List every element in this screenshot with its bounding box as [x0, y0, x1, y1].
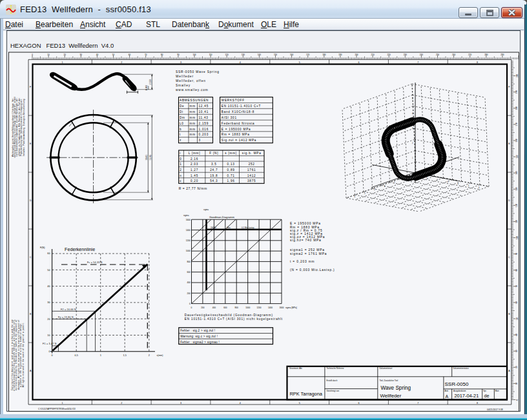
svg-text:1,96: 1,96 [227, 179, 235, 183]
svg-text:Fn = 19,80 N: Fn = 19,80 N [58, 316, 74, 319]
svg-text:1000: 1000 [186, 250, 191, 252]
svg-text:260: 260 [452, 54, 455, 56]
svg-text:170: 170 [516, 123, 519, 126]
svg-text:mm: mm [190, 122, 196, 125]
svg-text:2: 2 [180, 168, 181, 172]
svg-text:1,016: 1,016 [199, 128, 209, 131]
svg-text:04/21/2017 9:38: 04/21/2017 9:38 [487, 408, 503, 411]
svg-text:8: 8 [477, 402, 478, 405]
svg-text:Ausgabedatum: Ausgabedatum [453, 390, 466, 392]
svg-text:180: 180 [322, 54, 326, 56]
svg-text:R = 27,77 N/mm: R = 27,77 N/mm [179, 187, 207, 190]
svg-text:C: C [30, 256, 32, 259]
svg-text:140: 140 [258, 54, 261, 56]
svg-text:C:\OLD2\APPS\FP3\TR\Wssr0050.f: C:\OLD2\APPS\FP3\TR\Wssr0050.f13 [38, 408, 76, 410]
svg-text:SSR-0050: SSR-0050 [445, 381, 469, 387]
svg-text:1400: 1400 [268, 306, 273, 309]
svg-text:40: 40 [96, 54, 99, 56]
svg-text:70: 70 [145, 54, 147, 56]
svg-text:www.smalley.com: www.smalley.com [176, 88, 209, 92]
svg-text:t: t [180, 133, 181, 136]
svg-text:Federkennlinie: Federkennlinie [65, 246, 95, 252]
svg-text:2: 2 [149, 354, 150, 357]
svg-text:b: b [180, 128, 181, 131]
svg-text:1412: 1412 [247, 174, 256, 177]
svg-text:Dokumentenart: Dokumentenart [380, 367, 393, 370]
svg-text:sigma: sigma [203, 208, 209, 211]
svg-text:80: 80 [161, 54, 163, 56]
svg-text:ABMESSUNGEN: ABMESSUNGEN [180, 99, 209, 102]
svg-text:70: 70 [516, 285, 519, 288]
svg-text:40: 40 [516, 334, 519, 336]
svg-text:200: 200 [187, 292, 191, 295]
svg-text:Federband Nirosta: Federband Nirosta [222, 122, 255, 125]
svg-text:600: 600 [187, 271, 191, 274]
svg-text:de: de [484, 393, 490, 399]
svg-text:252: 252 [249, 163, 255, 166]
svg-text:3875: 3875 [247, 179, 256, 183]
svg-text:t = 0,203 mm: t = 0,203 mm [290, 260, 315, 263]
svg-text:EN 10151-1.4310 C+T: EN 10151-1.4310 C+T [222, 105, 261, 108]
svg-text:1000: 1000 [245, 306, 250, 309]
svg-text:(N = 0,003 Mio.Lastsp.): (N = 0,003 Mio.Lastsp.) [290, 268, 335, 272]
svg-text:Genehmigt von: Genehmigt von [327, 390, 340, 392]
svg-text:60: 60 [516, 301, 519, 304]
svg-text:s(mm): s(mm) [157, 354, 163, 357]
svg-text:190: 190 [338, 54, 342, 56]
svg-text:mm: mm [190, 110, 196, 114]
svg-text:10: 10 [47, 54, 50, 56]
svg-text:0: 0 [32, 54, 33, 56]
svg-text:0: 0 [191, 306, 192, 309]
svg-text:1: 1 [61, 402, 63, 405]
svg-text:180: 180 [516, 106, 519, 110]
svg-text:800: 800 [187, 261, 191, 263]
svg-text:Änd.: Änd. [445, 390, 449, 392]
svg-text:50: 50 [516, 317, 519, 320]
svg-text:1: 1 [180, 163, 181, 166]
svg-text:Wellfeder: Wellfeder [176, 75, 194, 78]
svg-text:Rm = 1883 MPa: Rm = 1883 MPa [222, 133, 250, 136]
svg-text:5: 5 [299, 61, 300, 64]
svg-text:220: 220 [388, 54, 391, 56]
svg-text:Di: Di [180, 110, 183, 114]
svg-text:140: 140 [516, 171, 519, 174]
svg-text:1: 1 [61, 61, 63, 64]
svg-text:100: 100 [192, 54, 196, 56]
svg-text:Band X10CrNi18-8: Band X10CrNi18-8 [222, 110, 254, 114]
svg-text:280: 280 [484, 54, 488, 56]
svg-text:200: 200 [355, 54, 358, 56]
svg-text:2017-04-21: 2017-04-21 [455, 393, 479, 399]
svg-text:3: 3 [180, 61, 181, 64]
svg-text:EN 10151-1.4310 C+T (AISI 301): EN 10151-1.4310 C+T (AISI 301) nicht kug… [185, 317, 283, 321]
svg-text:250: 250 [436, 54, 439, 56]
svg-text:90: 90 [516, 253, 519, 255]
svg-text:6: 6 [358, 402, 360, 405]
svg-text:200: 200 [201, 306, 205, 309]
svg-text:Erstellt durch: Erstellt durch [327, 379, 338, 382]
svg-text:12,45: 12,45 [199, 105, 209, 108]
svg-text:1,45: 1,45 [191, 174, 198, 177]
svg-text:150: 150 [516, 155, 519, 158]
svg-text:54,3: 54,3 [210, 179, 218, 183]
svg-text:130: 130 [242, 54, 245, 56]
svg-text:0: 0 [48, 350, 50, 353]
svg-text:20: 20 [63, 54, 66, 56]
svg-text:0,203: 0,203 [199, 133, 209, 136]
svg-text:20: 20 [47, 318, 50, 321]
svg-text:120: 120 [516, 203, 519, 206]
svg-text:200: 200 [516, 74, 519, 77]
svg-text:mm: mm [190, 128, 196, 131]
svg-text:Mio.: Mio. [227, 226, 231, 229]
svg-text:Goodman-Diagramm: Goodman-Diagramm [209, 215, 235, 219]
svg-text:D: D [508, 199, 510, 202]
svg-text:270: 270 [468, 54, 471, 56]
svg-text:mm: mm [190, 133, 196, 136]
svg-text:L0: L0 [180, 122, 184, 125]
svg-text:3: 3 [199, 139, 201, 142]
svg-text:8: 8 [477, 61, 478, 64]
svg-text:2: 2 [121, 402, 122, 405]
svg-text:Dauerfestigkeitsschaubild (Goo: Dauerfestigkeitsschaubild (Goodman-Diagr… [185, 314, 273, 317]
svg-text:0,5: 0,5 [75, 354, 78, 357]
svg-text:c: c [180, 179, 181, 183]
svg-text:10: 10 [47, 334, 50, 337]
